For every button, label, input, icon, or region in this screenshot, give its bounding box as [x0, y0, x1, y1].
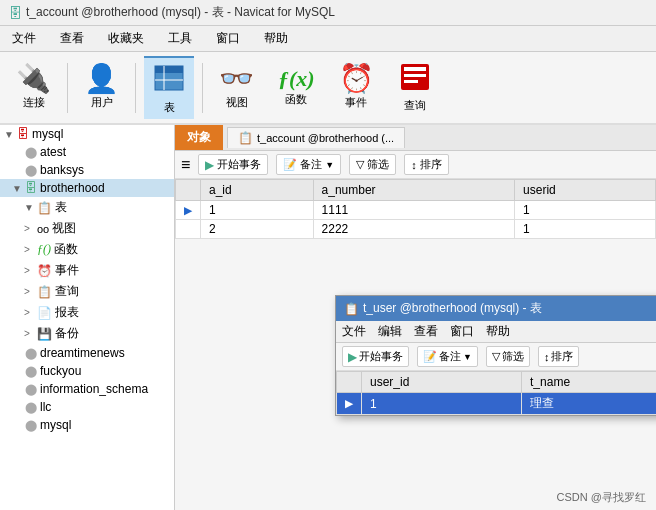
float-filter-icon: ▽ [492, 350, 500, 363]
sidebar-label-atest: atest [40, 145, 66, 159]
sidebar-item-query[interactable]: > 📋 查询 [0, 281, 174, 302]
comment-button[interactable]: 📝 备注 ▼ [276, 154, 341, 175]
svg-rect-7 [404, 80, 418, 83]
toolbar-sep-2 [135, 63, 136, 113]
float-cell-user-id-1[interactable]: 1 [362, 393, 522, 415]
object-button[interactable]: 对象 [175, 125, 223, 150]
table-row[interactable]: ▶ 1 1111 1 [176, 201, 656, 220]
toolbar-view[interactable]: 👓 视图 [211, 61, 262, 114]
filter-label: 筛选 [367, 157, 389, 172]
toolbar-event[interactable]: ⏰ 事件 [331, 61, 382, 114]
float-begin-trans-label: 开始事务 [359, 349, 403, 364]
tab-table-icon: 📋 [238, 131, 253, 145]
sidebar-label-llc: llc [40, 400, 51, 414]
menu-icon[interactable]: ≡ [181, 156, 190, 174]
float-row-pointer-1: ▶ [337, 393, 362, 415]
float-menu-view[interactable]: 查看 [414, 323, 438, 340]
toolbar-user-label: 用户 [91, 95, 113, 110]
table-row[interactable]: ▶ 1 理查 [337, 393, 657, 415]
db-icon-brotherhood: 🗄 [25, 181, 37, 195]
menu-file[interactable]: 文件 [8, 28, 40, 49]
cell-a-number-1[interactable]: 1111 [313, 201, 515, 220]
table-toolbar: ≡ ▶ 开始事务 📝 备注 ▼ ▽ 筛选 ↕ 排序 [175, 151, 656, 179]
sidebar-item-function[interactable]: > ƒ() 函数 [0, 239, 174, 260]
table-row[interactable]: 2 2222 1 [176, 220, 656, 239]
sidebar-label-fuckyou: fuckyou [40, 364, 81, 378]
begin-trans-icon: ▶ [205, 158, 214, 172]
sidebar-label-mysql2: mysql [40, 418, 71, 432]
cell-a-id-1[interactable]: 1 [201, 201, 314, 220]
expand-arrow: ▼ [4, 129, 14, 140]
cell-a-number-2[interactable]: 2222 [313, 220, 515, 239]
sort-button[interactable]: ↕ 排序 [404, 154, 449, 175]
sidebar-label-banksys: banksys [40, 163, 84, 177]
float-filter-button[interactable]: ▽ 筛选 [486, 346, 530, 367]
menu-bar: 文件 查看 收藏夹 工具 窗口 帮助 [0, 26, 656, 52]
float-comment-button[interactable]: 📝 备注 ▼ [417, 346, 478, 367]
float-cell-t-name-1[interactable]: 理查 [522, 393, 656, 415]
sidebar-item-llc[interactable]: ⬤ llc [0, 398, 174, 416]
comment-label: 备注 [300, 157, 322, 172]
float-menu-help[interactable]: 帮助 [486, 323, 510, 340]
cell-userid-1[interactable]: 1 [515, 201, 656, 220]
float-menu-edit[interactable]: 编辑 [378, 323, 402, 340]
float-sort-button[interactable]: ↕ 排序 [538, 346, 580, 367]
float-menu-window[interactable]: 窗口 [450, 323, 474, 340]
sidebar-label-function: 函数 [54, 241, 78, 258]
float-menu-bar: 文件 编辑 查看 窗口 帮助 [336, 321, 656, 343]
sidebar-item-report[interactable]: > 📄 报表 [0, 302, 174, 323]
tab-label: t_account @brotherhood (... [257, 132, 394, 144]
sidebar-item-brotherhood[interactable]: ▼ 🗄 brotherhood [0, 179, 174, 197]
sidebar-label-report: 报表 [55, 304, 79, 321]
watermark-text: CSDN @寻找罗红 [557, 491, 646, 503]
sidebar-item-mysql-root[interactable]: ▼ 🗄 mysql [0, 125, 174, 143]
toolbar-query-label: 查询 [404, 98, 426, 113]
toolbar-connect[interactable]: 🔌 连接 [8, 61, 59, 114]
float-sort-icon: ↕ [544, 351, 550, 363]
toolbar-user[interactable]: 👤 用户 [76, 61, 127, 114]
sidebar-item-view[interactable]: > oo 视图 [0, 218, 174, 239]
float-begin-trans-button[interactable]: ▶ 开始事务 [342, 346, 409, 367]
menu-window[interactable]: 窗口 [212, 28, 244, 49]
report-icon: 📄 [37, 306, 52, 320]
filter-button[interactable]: ▽ 筛选 [349, 154, 396, 175]
db-icon: ⬤ [25, 401, 37, 414]
menu-tools[interactable]: 工具 [164, 28, 196, 49]
col-a-number: a_number [313, 180, 515, 201]
app-icon: 🗄 [8, 5, 22, 21]
sidebar-item-mysql[interactable]: ⬤ mysql [0, 416, 174, 434]
table-icon [153, 62, 185, 98]
sidebar-item-fuckyou[interactable]: ⬤ fuckyou [0, 362, 174, 380]
sidebar-item-atest[interactable]: ⬤ atest [0, 143, 174, 161]
cell-a-id-2[interactable]: 2 [201, 220, 314, 239]
menu-help[interactable]: 帮助 [260, 28, 292, 49]
sidebar-item-banksys[interactable]: ⬤ banksys [0, 161, 174, 179]
sidebar-item-dreamtimenews[interactable]: ⬤ dreamtimenews [0, 344, 174, 362]
svg-rect-1 [155, 66, 183, 73]
toolbar-table-label: 表 [164, 100, 175, 115]
float-comment-arrow: ▼ [463, 352, 472, 362]
menu-view[interactable]: 查看 [56, 28, 88, 49]
float-ptr-col-header [337, 372, 362, 393]
float-title-icon: 📋 [344, 302, 359, 316]
sidebar-item-backup[interactable]: > 💾 备份 [0, 323, 174, 344]
sidebar-item-event[interactable]: > ⏰ 事件 [0, 260, 174, 281]
tab-t-account[interactable]: 📋 t_account @brotherhood (... [227, 127, 405, 148]
float-comment-icon: 📝 [423, 350, 437, 363]
sidebar-item-table[interactable]: ▼ 📋 表 [0, 197, 174, 218]
toolbar-function[interactable]: ƒ(x) 函数 [270, 64, 323, 111]
begin-trans-button[interactable]: ▶ 开始事务 [198, 154, 268, 175]
sidebar-label-information-schema: information_schema [40, 382, 148, 396]
cell-userid-2[interactable]: 1 [515, 220, 656, 239]
db-icon: ⬤ [25, 347, 37, 360]
window-title: t_account @brotherhood (mysql) - 表 - Nav… [26, 4, 335, 21]
toolbar-function-label: 函数 [285, 92, 307, 107]
toolbar-query[interactable]: 查询 [390, 59, 440, 117]
sort-icon: ↕ [411, 159, 417, 171]
menu-favorites[interactable]: 收藏夹 [104, 28, 148, 49]
tab-row: 对象 📋 t_account @brotherhood (... [175, 125, 656, 151]
main-data-table: a_id a_number userid ▶ 1 1111 1 2 2222 1 [175, 179, 656, 239]
float-menu-file[interactable]: 文件 [342, 323, 366, 340]
toolbar-table[interactable]: 表 [144, 56, 194, 119]
sidebar-item-information-schema[interactable]: ⬤ information_schema [0, 380, 174, 398]
